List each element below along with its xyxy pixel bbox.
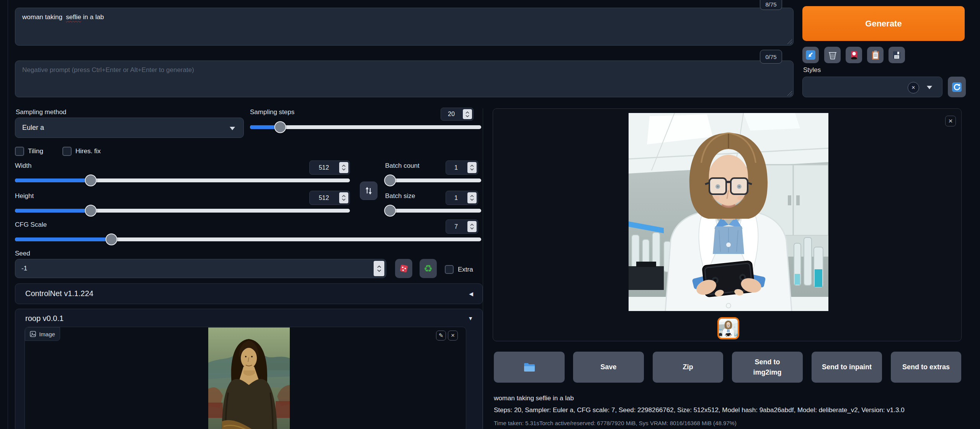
- folder-icon: [523, 362, 536, 372]
- reuse-seed-button[interactable]: ♻: [420, 259, 437, 278]
- batch-count-slider[interactable]: [385, 175, 481, 186]
- send-to-img2img-button[interactable]: Send to img2img: [732, 352, 803, 383]
- remove-image-button[interactable]: ×: [448, 331, 458, 341]
- spinner[interactable]: [339, 192, 348, 203]
- spinner[interactable]: [463, 109, 472, 119]
- negative-prompt-textarea[interactable]: [15, 61, 793, 97]
- roop-title[interactable]: roop v0.0.1: [25, 314, 64, 323]
- cfg-scale-value[interactable]: [446, 220, 466, 233]
- slider-handle[interactable]: [384, 205, 396, 217]
- send-to-extras-button[interactable]: Send to extras: [891, 352, 961, 383]
- slider-handle[interactable]: [384, 175, 396, 187]
- spinner[interactable]: [339, 162, 348, 173]
- width-input[interactable]: [309, 160, 350, 175]
- slider-handle[interactable]: [85, 205, 96, 217]
- batch-size-input[interactable]: [446, 191, 478, 205]
- controlnet-title: ControlNet v1.1.224: [25, 289, 93, 298]
- height-input[interactable]: [309, 191, 350, 205]
- refresh-icon: [952, 82, 962, 92]
- tiling-label: Tiling: [28, 147, 43, 155]
- chevron-down-icon[interactable]: [927, 86, 932, 89]
- image-icon: [30, 331, 36, 337]
- width-label: Width: [15, 162, 31, 170]
- slider-handle[interactable]: [106, 234, 118, 246]
- seed-input[interactable]: [15, 259, 386, 278]
- misspelled-word: seflie: [66, 13, 81, 21]
- accordion-collapsed-icon: ◀: [469, 291, 473, 297]
- sampling-method-value: Euler a: [22, 124, 44, 132]
- prompt-text: woman taking seflie in a lab: [22, 13, 786, 21]
- close-icon: ×: [948, 117, 952, 125]
- hires-fix-label: Hires. fix: [75, 147, 101, 155]
- sampling-steps-input[interactable]: [441, 108, 474, 121]
- sampling-steps-value[interactable]: [441, 108, 462, 120]
- batch-count-value[interactable]: [446, 161, 466, 174]
- generated-image[interactable]: [629, 113, 828, 311]
- apply-styles-button[interactable]: [867, 47, 884, 63]
- hires-fix-checkbox[interactable]: [62, 147, 72, 156]
- paste-generation-params-button[interactable]: [802, 47, 819, 63]
- extra-seed-checkbox[interactable]: [445, 265, 454, 274]
- cfg-scale-slider[interactable]: [15, 234, 481, 245]
- gallery-thumbnail-selected[interactable]: [717, 317, 739, 339]
- resize-handle[interactable]: [787, 39, 792, 44]
- send-to-inpaint-button[interactable]: Send to inpaint: [812, 352, 882, 383]
- clear-prompt-button[interactable]: [824, 47, 841, 63]
- batch-size-slider[interactable]: [385, 205, 481, 216]
- sampling-method-select[interactable]: Euler a: [15, 118, 244, 138]
- chevron-down-icon: [230, 127, 235, 130]
- pencil-icon: ✎: [439, 332, 444, 339]
- dice-icon: [399, 264, 409, 273]
- trash-icon: [828, 50, 838, 60]
- accordion-expanded-icon[interactable]: ▼: [468, 315, 473, 321]
- extra-networks-button[interactable]: [846, 47, 862, 63]
- open-folder-button[interactable]: [494, 352, 565, 383]
- stable-diffusion-webui: woman taking seflie in a lab 8/75 0/75 G…: [0, 0, 980, 429]
- swap-width-height-button[interactable]: [360, 182, 377, 200]
- zip-button[interactable]: Zip: [653, 352, 723, 383]
- seed-value[interactable]: [15, 259, 372, 278]
- styles-clear-button[interactable]: ×: [908, 82, 919, 93]
- batch-count-input[interactable]: [446, 160, 478, 175]
- slider-handle[interactable]: [274, 121, 286, 133]
- spinner[interactable]: [374, 261, 384, 276]
- height-value[interactable]: [310, 191, 338, 205]
- floppy-disk-icon: [892, 50, 902, 60]
- output-caption: woman taking seflie in a lab: [494, 395, 574, 402]
- thumbnail-image: [719, 319, 738, 338]
- close-icon: ×: [451, 332, 455, 339]
- output-gallery-panel: ×: [493, 108, 962, 341]
- edit-image-button[interactable]: ✎: [436, 331, 446, 341]
- controlnet-accordion[interactable]: ControlNet v1.1.224 ◀: [15, 283, 483, 304]
- spinner[interactable]: [467, 221, 477, 232]
- cfg-scale-label: CFG Scale: [15, 221, 47, 229]
- styles-dropdown[interactable]: ×: [802, 77, 942, 97]
- height-slider[interactable]: [15, 205, 350, 216]
- sampling-steps-label: Sampling steps: [250, 108, 294, 116]
- prompt-textarea[interactable]: woman taking seflie in a lab: [15, 8, 794, 46]
- image-tab-label: Image: [39, 331, 55, 337]
- image-tab[interactable]: Image: [25, 327, 60, 341]
- cfg-scale-input[interactable]: [446, 219, 478, 234]
- styles-refresh-button[interactable]: [948, 77, 966, 97]
- save-button[interactable]: Save: [573, 352, 644, 383]
- sampling-method-label: Sampling method: [16, 108, 66, 116]
- slider-handle[interactable]: [85, 175, 96, 187]
- roop-image-dropzone[interactable]: Image ✎ ×: [24, 327, 466, 429]
- time-taken: Time taken: 5.31s: [494, 420, 539, 426]
- batch-count-label: Batch count: [385, 162, 420, 170]
- output-performance: Time taken: 5.31sTorch active/reserved: …: [494, 420, 737, 426]
- save-style-button[interactable]: [889, 47, 905, 63]
- spinner[interactable]: [467, 162, 477, 173]
- roop-source-image-mona-lisa: [208, 327, 290, 429]
- spinner[interactable]: [467, 192, 477, 203]
- width-value[interactable]: [310, 161, 338, 174]
- sampling-steps-slider[interactable]: [250, 122, 481, 133]
- batch-size-value[interactable]: [446, 191, 466, 205]
- random-seed-button[interactable]: [395, 259, 412, 278]
- tiling-checkbox[interactable]: [15, 147, 24, 156]
- close-gallery-button[interactable]: ×: [945, 116, 956, 126]
- generate-button[interactable]: Generate: [802, 6, 965, 41]
- height-label: Height: [15, 192, 34, 200]
- width-slider[interactable]: [15, 175, 350, 186]
